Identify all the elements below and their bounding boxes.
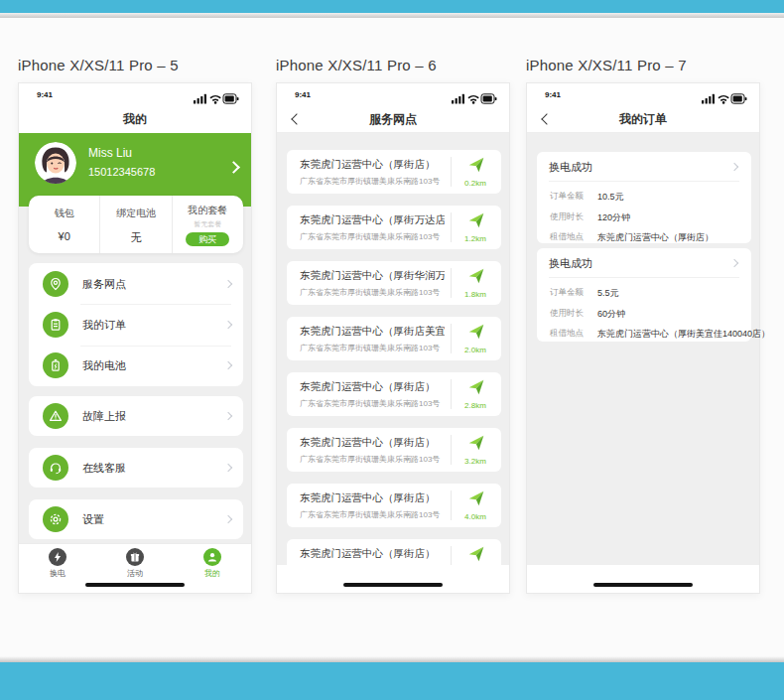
order-card[interactable]: 换电成功 订单金额 10.5元 使用时长 120分钟 租借地点 东莞虎门运营中心…: [537, 152, 751, 243]
nav-bar: 服务网点: [277, 105, 509, 133]
order-detail-row: 租借地点 东莞虎门运营中心（厚街店）: [550, 231, 738, 244]
order-detail-label: 订单金额: [550, 191, 597, 204]
bottom-blue-bar: [0, 662, 784, 700]
order-detail-row: 使用时长 120分钟: [550, 211, 738, 224]
station-address: 广东省东莞市厚街镇珊美康乐南路103号: [300, 176, 445, 187]
order-detail-row: 订单金额 10.5元: [550, 191, 738, 204]
station-address: 广东省东莞市厚街镇珊美康乐南路103号: [300, 398, 445, 409]
stat-sublabel: 暂无套餐: [194, 219, 221, 229]
order-header[interactable]: 换电成功: [549, 152, 739, 182]
phone-footer: [277, 565, 509, 593]
menu-item-label: 我的电池: [82, 358, 126, 373]
order-header[interactable]: 换电成功: [549, 248, 739, 278]
station-address: 广东省东莞市厚街镇珊美康乐南路103号: [300, 343, 445, 353]
order-status: 换电成功: [549, 257, 592, 269]
station-list-item[interactable]: 东莞虎门运营中心（厚街万达店） 广东省东莞市厚街镇珊美康乐南路103号 1.2k…: [287, 206, 501, 249]
chevron-right-icon[interactable]: [227, 161, 240, 174]
user-phone: 15012345678: [88, 166, 155, 178]
person-icon: [203, 548, 221, 566]
menu-item-label: 我的订单: [82, 317, 126, 332]
navigate-arrow-icon[interactable]: [467, 323, 485, 345]
chevron-right-icon: [224, 279, 232, 287]
stat-label: 钱包: [55, 207, 74, 220]
stat-label: 绑定电池: [116, 207, 156, 220]
order-details: 订单金额 10.5元 使用时长 120分钟 租借地点 东莞虎门运营中心（厚街店）: [537, 182, 751, 244]
status-bar: 9:41: [19, 83, 251, 105]
station-list-item[interactable]: 东莞虎门运营中心（厚街店） 广东省东莞市厚街镇珊美康乐南路103号 0.2km: [287, 150, 501, 194]
stat-battery-bound[interactable]: 绑定电池 无: [99, 196, 171, 253]
navigate-arrow-icon[interactable]: [467, 378, 485, 400]
station-list-item[interactable]: 东莞虎门运营中心（厚街店美宜佳1400 广东省东莞市厚街镇珊美康乐南路103号 …: [287, 317, 501, 360]
divider: [451, 212, 452, 242]
navigate-arrow-icon[interactable]: [467, 211, 485, 233]
page-title: 我的: [19, 105, 251, 133]
status-time: 9:41: [545, 90, 561, 99]
chevron-right-icon: [730, 258, 738, 266]
stat-package[interactable]: 我的套餐 暂无套餐 购买: [172, 196, 243, 253]
station-name: 东莞虎门运营中心（厚街店）: [300, 491, 445, 505]
order-detail-value: 东莞虎门运营中心（厚街店）: [597, 231, 738, 244]
stat-wallet[interactable]: 钱包 ¥0: [29, 196, 99, 253]
order-card[interactable]: 换电成功 订单金额 5.5元 使用时长 60分钟 租借地点 东莞虎门运营中心（厚…: [537, 248, 751, 342]
station-name: 东莞虎门运营中心（厚街华润万家店）: [300, 269, 445, 283]
artboard-label-5: iPhone X/XS/11 Pro – 5: [18, 57, 179, 73]
menu-item-settings[interactable]: 设置: [29, 499, 243, 539]
station-list-item[interactable]: 东莞虎门运营中心（厚街华润万家店） 广东省东莞市厚街镇珊美康乐南路103号 1.…: [287, 261, 501, 305]
avatar[interactable]: [35, 142, 76, 184]
user-name: Miss Liu: [88, 146, 132, 160]
navigate-arrow-icon[interactable]: [467, 545, 485, 567]
buy-button[interactable]: 购买: [186, 232, 229, 246]
divider: [451, 157, 452, 187]
order-detail-value: 东莞虎门运营中心（厚街美宜佳140040店）: [597, 328, 770, 341]
station-address: 广东省东莞市厚街镇珊美康乐南路103号: [300, 509, 445, 520]
stats-card: 钱包 ¥0 绑定电池 无 我的套餐 暂无套餐 购买: [29, 196, 243, 253]
warning-triangle-icon: [43, 403, 68, 429]
menu-item-fault-report[interactable]: 故障上报: [29, 396, 243, 436]
tab-battery-swap[interactable]: 换电: [19, 544, 96, 579]
navigate-arrow-icon[interactable]: [467, 267, 485, 289]
station-list-item[interactable]: 东莞虎门运营中心（厚街店） 广东省东莞市厚街镇珊美康乐南路103号 2.8km: [287, 372, 501, 416]
order-detail-value: 60分钟: [597, 308, 738, 321]
station-distance: 3.2km: [454, 457, 497, 466]
menu-group: 服务网点 我的订单 我的电池: [29, 263, 243, 386]
order-detail-label: 租借地点: [550, 231, 597, 244]
navigate-arrow-icon[interactable]: [467, 156, 485, 178]
station-list-item[interactable]: 东莞虎门运营中心（厚街店） 广东省东莞市厚街镇珊美康乐南路103号 3.2km: [287, 428, 501, 472]
divider: [451, 435, 452, 465]
home-indicator[interactable]: [593, 583, 693, 587]
menu-item-label: 设置: [82, 512, 104, 527]
order-detail-value: 10.5元: [597, 191, 738, 204]
divider: [451, 324, 452, 353]
navigate-arrow-icon[interactable]: [467, 434, 485, 456]
tab-activities[interactable]: 活动: [96, 544, 174, 579]
station-address: 广东省东莞市厚街镇珊美康乐南路103号: [300, 287, 445, 298]
phone-footer: [19, 577, 251, 593]
headset-icon: [43, 455, 68, 481]
station-list-item[interactable]: 东莞虎门运营中心（厚街店） 广东省东莞市厚街镇珊美康乐南路103号 4.0km: [287, 484, 501, 527]
home-indicator[interactable]: [85, 583, 185, 587]
station-distance: 1.2km: [454, 234, 497, 243]
tab-profile[interactable]: 我的: [174, 544, 251, 579]
navigate-arrow-icon[interactable]: [467, 490, 485, 511]
top-divider-strip: [0, 13, 784, 18]
nav-bar: 我的: [19, 105, 251, 133]
stat-value: 无: [130, 230, 141, 245]
menu-item-online-service[interactable]: 在线客服: [29, 448, 243, 488]
divider: [451, 379, 452, 409]
order-detail-row: 使用时长 60分钟: [550, 308, 738, 321]
station-name: 东莞虎门运营中心（厚街店美宜佳1400: [300, 325, 445, 339]
order-detail-label: 使用时长: [550, 308, 597, 321]
home-indicator[interactable]: [343, 583, 443, 587]
status-time: 9:41: [295, 90, 311, 99]
menu-item-service-network[interactable]: 服务网点: [29, 263, 243, 304]
menu-item-my-orders[interactable]: 我的订单: [29, 304, 243, 345]
page-title: 我的订单: [527, 105, 759, 133]
nav-bar: 我的订单: [527, 105, 759, 133]
menu-item-my-battery[interactable]: 我的电池: [29, 346, 243, 386]
status-bar: 9:41: [527, 83, 759, 105]
order-detail-label: 使用时长: [550, 211, 597, 224]
menu-group: 在线客服: [29, 448, 243, 488]
order-detail-value: 5.5元: [597, 287, 738, 300]
menu-group: 故障上报: [29, 396, 243, 436]
menu-item-label: 故障上报: [82, 409, 126, 424]
